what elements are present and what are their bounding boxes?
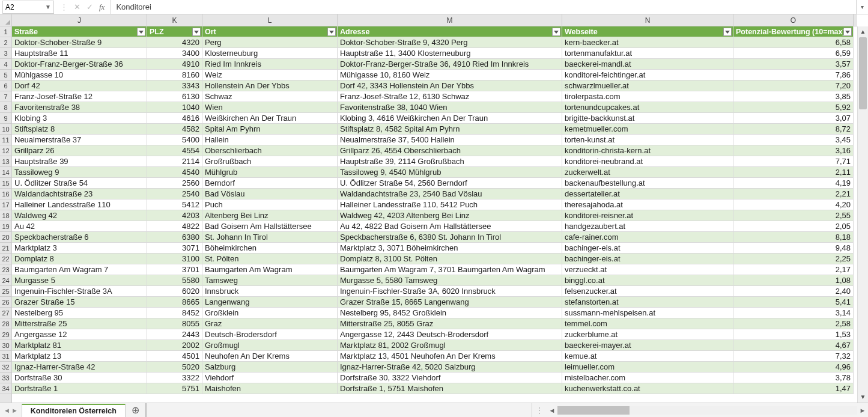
hscroll-track[interactable]	[557, 406, 857, 415]
filter-icon[interactable]	[723, 28, 732, 36]
cell-web[interactable]: bachinger-eis.at	[562, 254, 733, 264]
row-header[interactable]: 10	[0, 124, 11, 135]
table-row[interactable]: Mühlgasse 108160WeizMühlgasse 10, 8160 W…	[12, 70, 857, 81]
cell-plz[interactable]: 3071	[147, 243, 202, 254]
cell-plz[interactable]: 8665	[147, 297, 202, 308]
cell-plz[interactable]: 1040	[147, 102, 202, 113]
cell-plz[interactable]: 5020	[147, 362, 202, 373]
cell-score[interactable]: 1,53	[733, 329, 854, 340]
cell-ort[interactable]: St. Johann In Tirol	[202, 232, 338, 243]
hscroll-thumb[interactable]	[557, 406, 630, 415]
cell-web[interactable]: verzueckt.at	[562, 264, 733, 275]
cell-adresse[interactable]: Ignaz-Harrer-Straße 42, 5020 Salzburg	[338, 362, 562, 373]
row-header[interactable]: 31	[0, 351, 11, 362]
cell-strasse[interactable]: Klobing 3	[12, 113, 147, 124]
cell-ort[interactable]: Viehdorf	[202, 373, 338, 383]
row-header[interactable]: 22	[0, 254, 11, 264]
cell-score[interactable]: 6,59	[733, 48, 854, 59]
cell-adresse[interactable]: Favoritenstraße 38, 1040 Wien	[338, 102, 562, 113]
row-header[interactable]: 34	[0, 383, 11, 394]
cell-adresse[interactable]: Waldweg 42, 4203 Altenberg Bei Linz	[338, 210, 562, 221]
cell-adresse[interactable]: Doktor-Franz-Berger-Straße 36, 4910 Ried…	[338, 59, 562, 70]
filter-icon[interactable]	[327, 28, 336, 36]
cell-adresse[interactable]: Au 42, 4822 Bad Goisern Am Hallstätterse…	[338, 221, 562, 232]
scroll-up-icon[interactable]: ▲	[858, 26, 868, 37]
formula-input[interactable]: Konditorei	[111, 0, 856, 14]
row-header[interactable]: 25	[0, 286, 11, 297]
cell-plz[interactable]: 6380	[147, 232, 202, 243]
cell-web[interactable]: kemetmueller.com	[562, 124, 733, 135]
cell-ort[interactable]: Berndorf	[202, 178, 338, 189]
cell-web[interactable]: konditorei-reisner.at	[562, 210, 733, 221]
cell-web[interactable]: konditorei-feichtinger.at	[562, 70, 733, 81]
cell-web[interactable]: konditorin-christa-kern.at	[562, 145, 733, 156]
cells-area[interactable]: StraßePLZOrtAdresseWebseitePotenzial-Bew…	[12, 26, 857, 403]
cell-web[interactable]: backenaufbestellung.at	[562, 178, 733, 189]
table-row[interactable]: Halleiner Landesstraße 1105412PuchHallei…	[12, 199, 857, 210]
cell-score[interactable]: 2,40	[733, 286, 854, 297]
cell-strasse[interactable]: Stiftsplatz 8	[12, 124, 147, 135]
cell-adresse[interactable]: Grazer Straße 15, 8665 Langenwang	[338, 297, 562, 308]
cell-web[interactable]: konditorei-neubrand.at	[562, 156, 733, 167]
cell-adresse[interactable]: Dorf 42, 3343 Hollenstein An Der Ybbs	[338, 81, 562, 91]
sheet-tab-active[interactable]: Konditoreien Österreich	[22, 404, 126, 417]
table-row[interactable]: Ingenuin-Fischler-Straße 3A6020Innsbruck…	[12, 286, 857, 297]
cell-ort[interactable]: Tamsweg	[202, 275, 338, 286]
cell-web[interactable]: handgezaubert.at	[562, 221, 733, 232]
cell-web[interactable]: brigitte-backkunst.at	[562, 113, 733, 124]
row-header[interactable]: 7	[0, 91, 11, 102]
cell-strasse[interactable]: Halleiner Landesstraße 110	[12, 199, 147, 210]
sheet-nav[interactable]: ◄ ►	[0, 403, 22, 417]
table-row[interactable]: U. Ödlitzer Straße 542560BerndorfU. Ödli…	[12, 178, 857, 189]
cell-strasse[interactable]: Doktor-Franz-Berger-Straße 36	[12, 59, 147, 70]
cell-adresse[interactable]: Domplatz 8, 3100 St. Pölten	[338, 254, 562, 264]
cell-score[interactable]: 4,96	[733, 362, 854, 373]
row-header[interactable]: 27	[0, 308, 11, 318]
cell-adresse[interactable]: Hauptstraße 39, 2114 Großrußbach	[338, 156, 562, 167]
cell-ort[interactable]: Mühlgrub	[202, 167, 338, 178]
cell-strasse[interactable]: Mühlgasse 10	[12, 70, 147, 81]
cell-plz[interactable]: 3100	[147, 254, 202, 264]
cell-adresse[interactable]: Tassiloweg 9, 4540 Mühlgrub	[338, 167, 562, 178]
chevron-down-icon[interactable]: ▼	[45, 4, 51, 10]
row-header[interactable]: 17	[0, 199, 11, 210]
expand-formula-bar-icon[interactable]: ▾	[856, 0, 868, 14]
cell-ort[interactable]: Salzburg	[202, 362, 338, 373]
first-sheet-icon[interactable]: ◄	[4, 407, 10, 414]
cell-plz[interactable]: 4822	[147, 221, 202, 232]
cell-web[interactable]: dessertatelier.at	[562, 189, 733, 199]
cell-strasse[interactable]: Mitterstraße 25	[12, 318, 147, 329]
row-header[interactable]: 23	[0, 264, 11, 275]
cell-web[interactable]: leimueller.com	[562, 362, 733, 373]
cell-web[interactable]: kuchenwerkstatt.co.at	[562, 383, 733, 394]
scroll-right-icon[interactable]: ►	[857, 407, 868, 414]
row-header[interactable]: 8	[0, 102, 11, 113]
cell-score[interactable]: 7,71	[733, 156, 854, 167]
column-header-J[interactable]: J	[12, 14, 147, 26]
cell-ort[interactable]: Puch	[202, 199, 338, 210]
cell-ort[interactable]: Hollenstein An Der Ybbs	[202, 81, 338, 91]
cell-ort[interactable]: Wien	[202, 102, 338, 113]
cell-strasse[interactable]: Franz-Josef-Straße 12	[12, 91, 147, 102]
cell-web[interactable]: kern-baecker.at	[562, 37, 733, 48]
cell-plz[interactable]: 5412	[147, 199, 202, 210]
row-header[interactable]: 12	[0, 145, 11, 156]
cell-strasse[interactable]: Murgasse 5	[12, 275, 147, 286]
cell-ort[interactable]: Maishofen	[202, 383, 338, 394]
cell-adresse[interactable]: Stiftsplatz 8, 4582 Spital Am Pyhrn	[338, 124, 562, 135]
cell-score[interactable]: 7,20	[733, 81, 854, 91]
cell-score[interactable]: 3,85	[733, 91, 854, 102]
cell-strasse[interactable]: Doktor-Schober-Straße 9	[12, 37, 147, 48]
column-header-N[interactable]: N	[562, 14, 733, 26]
table-row[interactable]: Dorfstraße 303322ViehdorfDorfstraße 30, …	[12, 373, 857, 383]
cell-web[interactable]: binggl.co.at	[562, 275, 733, 286]
cell-plz[interactable]: 3322	[147, 373, 202, 383]
cell-adresse[interactable]: Halleiner Landesstraße 110, 5412 Puch	[338, 199, 562, 210]
row-header[interactable]: 14	[0, 167, 11, 178]
table-row[interactable]: Waldandachtstraße 232540Bad VöslauWaldan…	[12, 189, 857, 199]
cell-web[interactable]: mistelbacher.com	[562, 373, 733, 383]
cell-adresse[interactable]: Murgasse 5, 5580 Tamsweg	[338, 275, 562, 286]
cell-score[interactable]: 2,21	[733, 189, 854, 199]
cell-adresse[interactable]: Speckbacherstraße 6, 6380 St. Johann In …	[338, 232, 562, 243]
cell-ort[interactable]: Graz	[202, 318, 338, 329]
